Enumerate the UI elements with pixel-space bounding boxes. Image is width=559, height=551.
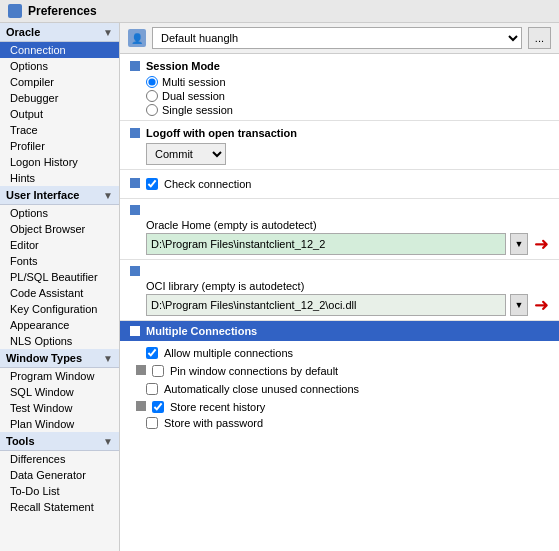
session-mode-header: Session Mode xyxy=(130,60,549,72)
session-mode-section: Session Mode Multi session Dual session … xyxy=(120,54,559,121)
allow-multiple-checkbox[interactable] xyxy=(146,347,158,359)
wt-arrow-icon: ▼ xyxy=(103,353,113,364)
auto-close-row[interactable]: Automatically close unused connections xyxy=(130,383,549,395)
ui-arrow-icon: ▼ xyxy=(103,190,113,201)
sidebar-section-oracle[interactable]: Oracle ▼ xyxy=(0,23,119,42)
sidebar-item-recall-statement[interactable]: Recall Statement xyxy=(0,499,119,515)
sidebar-section-window-types[interactable]: Window Types ▼ xyxy=(0,349,119,368)
sidebar-item-connection[interactable]: Connection xyxy=(0,42,119,58)
sidebar-section-ui-label: User Interface xyxy=(6,189,79,201)
check-connection-section: Check connection xyxy=(120,170,559,199)
multiple-connections-options: Allow multiple connections Pin window co… xyxy=(120,341,559,433)
content-area: 👤 Default huanglh ... Session Mode Multi… xyxy=(120,23,559,551)
store-recent-checkbox[interactable] xyxy=(152,401,164,413)
check-conn-icon xyxy=(130,178,140,188)
profile-menu-button[interactable]: ... xyxy=(528,27,551,49)
oci-library-icon xyxy=(130,266,140,276)
oci-library-value: D:\Program Files\instantclient_12_2\oci.… xyxy=(146,294,506,316)
sidebar-item-appearance[interactable]: Appearance xyxy=(0,317,119,333)
pin-window-label: Pin window connections by default xyxy=(170,365,338,377)
store-password-checkbox[interactable] xyxy=(146,417,158,429)
allow-multiple-label: Allow multiple connections xyxy=(164,347,293,359)
sidebar-item-plsql-beautifier[interactable]: PL/SQL Beautifier xyxy=(0,269,119,285)
sidebar-item-plan-window[interactable]: Plan Window xyxy=(0,416,119,432)
sidebar-item-editor[interactable]: Editor xyxy=(0,237,119,253)
sidebar-item-code-assistant[interactable]: Code Assistant xyxy=(0,285,119,301)
sidebar-item-key-config[interactable]: Key Configuration xyxy=(0,301,119,317)
radio-dual-session[interactable]: Dual session xyxy=(146,90,549,102)
radio-multi-session-label: Multi session xyxy=(162,76,226,88)
session-mode-icon xyxy=(130,61,140,71)
radio-multi-session-input[interactable] xyxy=(146,76,158,88)
pin-window-section: Pin window connections by default xyxy=(130,363,549,377)
oracle-home-input-row: D:\Program Files\instantclient_12_2 ▼ ➜ xyxy=(146,233,549,255)
store-recent-icon xyxy=(136,401,146,411)
oci-library-dropdown-btn[interactable]: ▼ xyxy=(510,294,528,316)
oci-library-label: OCI library (empty is autodetect) xyxy=(146,280,549,292)
pin-window-icon xyxy=(136,365,146,375)
sidebar-item-options[interactable]: Options xyxy=(0,58,119,74)
check-connection-checkbox[interactable] xyxy=(146,178,158,190)
sidebar-item-hints[interactable]: Hints xyxy=(0,170,119,186)
sidebar-item-profiler[interactable]: Profiler xyxy=(0,138,119,154)
logoff-section: Logoff with open transaction Commit Roll… xyxy=(120,121,559,170)
session-mode-radio-group: Multi session Dual session Single sessio… xyxy=(130,76,549,116)
sidebar-item-logon-history[interactable]: Logon History xyxy=(0,154,119,170)
logoff-icon xyxy=(130,128,140,138)
app-icon xyxy=(8,4,22,18)
oracle-home-field-row: Oracle Home (empty is autodetect) D:\Pro… xyxy=(130,219,549,255)
multiple-connections-icon xyxy=(130,326,140,336)
sidebar-item-trace[interactable]: Trace xyxy=(0,122,119,138)
title-bar: Preferences xyxy=(0,0,559,23)
pin-window-row[interactable]: Pin window connections by default xyxy=(152,365,338,377)
sidebar-item-output[interactable]: Output xyxy=(0,106,119,122)
oci-library-input-row: D:\Program Files\instantclient_12_2\oci.… xyxy=(146,294,549,316)
sidebar-item-differences[interactable]: Differences xyxy=(0,451,119,467)
sidebar-item-data-generator[interactable]: Data Generator xyxy=(0,467,119,483)
sidebar-section-tools[interactable]: Tools ▼ xyxy=(0,432,119,451)
auto-close-checkbox[interactable] xyxy=(146,383,158,395)
oci-library-field-row: OCI library (empty is autodetect) D:\Pro… xyxy=(130,280,549,316)
allow-multiple-row[interactable]: Allow multiple connections xyxy=(130,347,549,359)
sidebar-item-nls-options[interactable]: NLS Options xyxy=(0,333,119,349)
radio-single-session-input[interactable] xyxy=(146,104,158,116)
sidebar-item-fonts[interactable]: Fonts xyxy=(0,253,119,269)
sidebar-item-debugger[interactable]: Debugger xyxy=(0,90,119,106)
logoff-select[interactable]: Commit Rollback Ask xyxy=(146,143,226,165)
profile-select[interactable]: Default huanglh xyxy=(152,27,522,49)
session-mode-title: Session Mode xyxy=(146,60,220,72)
oracle-home-section: Oracle Home (empty is autodetect) D:\Pro… xyxy=(120,199,559,260)
sidebar-item-todo-list[interactable]: To-Do List xyxy=(0,483,119,499)
content-topbar: 👤 Default huanglh ... xyxy=(120,23,559,54)
oracle-home-dropdown-btn[interactable]: ▼ xyxy=(510,233,528,255)
store-password-row[interactable]: Store with password xyxy=(130,417,549,429)
multiple-connections-title: Multiple Connections xyxy=(146,325,257,337)
sidebar-section-user-interface[interactable]: User Interface ▼ xyxy=(0,186,119,205)
sidebar-section-oracle-label: Oracle xyxy=(6,26,40,38)
store-recent-label: Store recent history xyxy=(170,401,265,413)
pin-window-checkbox[interactable] xyxy=(152,365,164,377)
sidebar: Oracle ▼ Connection Options Compiler Deb… xyxy=(0,23,120,551)
sidebar-item-ui-options[interactable]: Options xyxy=(0,205,119,221)
radio-dual-session-input[interactable] xyxy=(146,90,158,102)
sidebar-item-object-browser[interactable]: Object Browser xyxy=(0,221,119,237)
oci-library-header xyxy=(130,266,549,276)
sidebar-item-sql-window[interactable]: SQL Window xyxy=(0,384,119,400)
radio-multi-session[interactable]: Multi session xyxy=(146,76,549,88)
sidebar-item-program-window[interactable]: Program Window xyxy=(0,368,119,384)
oracle-arrow-icon: ▼ xyxy=(103,27,113,38)
sidebar-item-test-window[interactable]: Test Window xyxy=(0,400,119,416)
oracle-home-header xyxy=(130,205,549,215)
check-connection-row[interactable]: Check connection xyxy=(146,178,251,190)
store-recent-row[interactable]: Store recent history xyxy=(152,401,265,413)
auto-close-label: Automatically close unused connections xyxy=(164,383,359,395)
store-password-label: Store with password xyxy=(164,417,263,429)
radio-single-session[interactable]: Single session xyxy=(146,104,549,116)
oracle-home-value: D:\Program Files\instantclient_12_2 xyxy=(146,233,506,255)
oci-library-section: OCI library (empty is autodetect) D:\Pro… xyxy=(120,260,559,321)
window-title: Preferences xyxy=(28,4,97,18)
check-connection-label: Check connection xyxy=(164,178,251,190)
sidebar-item-compiler[interactable]: Compiler xyxy=(0,74,119,90)
oracle-home-icon xyxy=(130,205,140,215)
oci-library-arrow-annotation: ➜ xyxy=(534,294,549,316)
